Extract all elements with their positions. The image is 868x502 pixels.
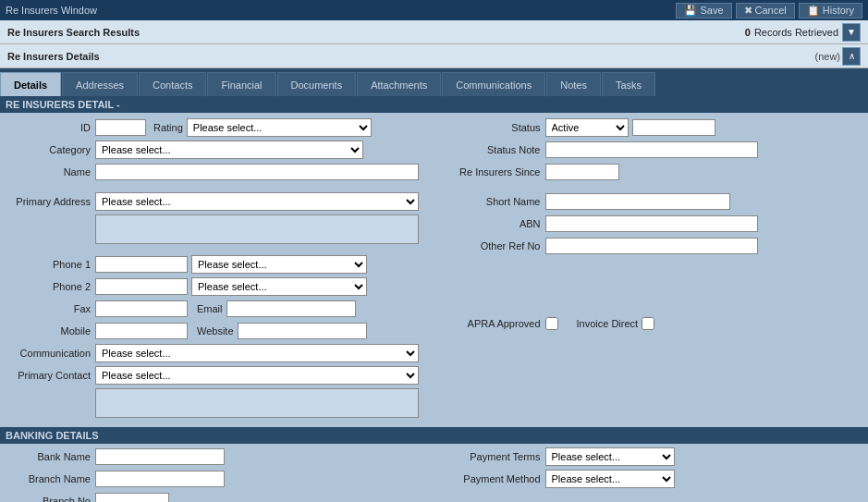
- name-input[interactable]: [95, 164, 419, 180]
- phone1-input[interactable]: [95, 256, 188, 273]
- other-ref-input[interactable]: [545, 238, 758, 254]
- window-title: Re Insurers Window: [6, 5, 676, 16]
- abn-label: ABN: [444, 218, 545, 229]
- records-label: Records Retrieved: [754, 27, 838, 38]
- phone2-input[interactable]: [95, 278, 188, 295]
- re-insurers-since-input[interactable]: [545, 164, 619, 180]
- communication-select[interactable]: Please select...: [95, 344, 419, 362]
- category-label: Category: [7, 144, 95, 155]
- invoice-direct-label: Invoice Direct: [577, 318, 639, 329]
- bank-name-row: Bank Name: [7, 447, 425, 466]
- payment-terms-row: Payment Terms Please select...: [444, 447, 862, 466]
- email-input[interactable]: [226, 300, 356, 317]
- short-name-input[interactable]: [545, 193, 730, 210]
- branch-name-input[interactable]: [95, 471, 225, 487]
- contact-textarea[interactable]: [95, 388, 419, 418]
- address-textarea-row: [7, 214, 425, 244]
- form-left: ID Rating Please select... Category Plea…: [7, 118, 434, 422]
- primary-address-row: Primary Address Please select...: [7, 192, 425, 211]
- cancel-icon: ✖: [744, 5, 752, 17]
- branch-no-row: Branch No: [7, 492, 425, 502]
- communication-label: Communication: [7, 348, 95, 359]
- tab-communications[interactable]: Communications: [442, 72, 545, 96]
- records-dropdown-button[interactable]: ▼: [842, 23, 861, 42]
- form-area: ID Rating Please select... Category Plea…: [0, 113, 868, 427]
- bank-name-input[interactable]: [95, 448, 225, 465]
- primary-address-select[interactable]: Please select...: [95, 192, 419, 211]
- branch-no-input[interactable]: [95, 493, 169, 502]
- search-results-label: Re Insurers Search Results: [7, 27, 140, 38]
- details-header-right: (new) ∧: [814, 47, 861, 66]
- phone2-type-select[interactable]: Please select...: [191, 277, 367, 296]
- abn-input[interactable]: [545, 215, 758, 232]
- status-extra-input[interactable]: [632, 119, 715, 136]
- invoice-direct-checkbox[interactable]: [642, 317, 654, 330]
- tab-details[interactable]: Details: [0, 72, 61, 96]
- payment-terms-select[interactable]: Please select...: [545, 447, 675, 466]
- rating-select[interactable]: Please select...: [187, 118, 372, 137]
- tab-documents[interactable]: Documents: [277, 72, 357, 96]
- tab-contacts[interactable]: Contacts: [139, 72, 206, 96]
- phone2-label: Phone 2: [7, 281, 95, 292]
- payment-method-row: Payment Method Please select...: [444, 470, 862, 488]
- id-input[interactable]: [95, 119, 146, 136]
- history-icon: 📋: [807, 5, 820, 17]
- id-label: ID: [7, 122, 95, 133]
- short-name-row: Short Name: [444, 192, 862, 211]
- new-badge: (new): [814, 51, 840, 62]
- save-icon: 💾: [684, 5, 697, 17]
- details-header-bar: Re Insurers Details (new) ∧: [0, 44, 868, 68]
- status-label: Status: [444, 122, 545, 133]
- primary-contact-select[interactable]: Please select...: [95, 366, 419, 385]
- branch-name-label: Branch Name: [7, 473, 95, 484]
- main-content: RE INSURERS DETAIL - ID Rating Please se…: [0, 96, 868, 502]
- mobile-label: Mobile: [7, 325, 95, 337]
- phone1-label: Phone 1: [7, 259, 95, 270]
- primary-contact-label: Primary Contact: [7, 370, 95, 381]
- search-results-bar: Re Insurers Search Results 0 Records Ret…: [0, 20, 868, 44]
- payment-terms-label: Payment Terms: [444, 451, 545, 462]
- records-count: 0: [745, 27, 751, 38]
- phone1-type-select[interactable]: Please select...: [191, 255, 367, 274]
- tab-tasks[interactable]: Tasks: [602, 72, 655, 96]
- apra-approved-checkbox[interactable]: [545, 317, 558, 330]
- fax-label: Fax: [7, 303, 95, 314]
- history-button[interactable]: 📋 History: [799, 3, 862, 18]
- id-rating-row: ID Rating Please select...: [7, 118, 425, 137]
- status-note-row: Status Note: [444, 141, 862, 159]
- website-label: Website: [197, 325, 238, 337]
- banking-left: Bank Name Branch Name Branch No Account …: [7, 447, 434, 502]
- tab-financial[interactable]: Financial: [207, 72, 275, 96]
- records-retrieved: 0 Records Retrieved ▼: [745, 23, 861, 42]
- status-note-input[interactable]: [545, 141, 758, 158]
- phone1-row: Phone 1 Please select...: [7, 255, 425, 274]
- payment-method-select[interactable]: Please select...: [545, 470, 675, 488]
- banking-area: Bank Name Branch Name Branch No Account …: [0, 444, 868, 502]
- email-label: Email: [197, 303, 226, 314]
- contact-textarea-row: [7, 388, 425, 418]
- save-button[interactable]: 💾 Save: [676, 3, 731, 18]
- tab-addresses[interactable]: Addresses: [62, 72, 138, 96]
- tab-notes[interactable]: Notes: [546, 72, 601, 96]
- re-insurers-detail-header: RE INSURERS DETAIL -: [0, 96, 868, 113]
- primary-contact-row: Primary Contact Please select...: [7, 366, 425, 385]
- status-select[interactable]: Active: [545, 118, 629, 137]
- tab-attachments[interactable]: Attachments: [357, 72, 441, 96]
- other-ref-label: Other Ref No: [444, 240, 545, 251]
- address-textarea[interactable]: [95, 214, 419, 244]
- website-input[interactable]: [238, 323, 367, 339]
- fax-input[interactable]: [95, 300, 188, 317]
- status-row: Status Active: [444, 118, 862, 137]
- apra-invoice-row: APRA Approved Invoice Direct: [444, 314, 862, 333]
- branch-no-label: Branch No: [7, 496, 95, 502]
- payment-method-label: Payment Method: [444, 473, 545, 484]
- fax-email-row: Fax Email: [7, 300, 425, 318]
- category-select[interactable]: Please select...: [95, 141, 363, 159]
- status-note-label: Status Note: [444, 144, 545, 155]
- cancel-button[interactable]: ✖ Cancel: [736, 3, 795, 18]
- category-row: Category Please select...: [7, 141, 425, 159]
- bank-name-label: Bank Name: [7, 451, 95, 462]
- re-insurers-since-label: Re Insurers Since: [444, 166, 545, 178]
- collapse-button[interactable]: ∧: [842, 47, 861, 66]
- mobile-input[interactable]: [95, 323, 188, 339]
